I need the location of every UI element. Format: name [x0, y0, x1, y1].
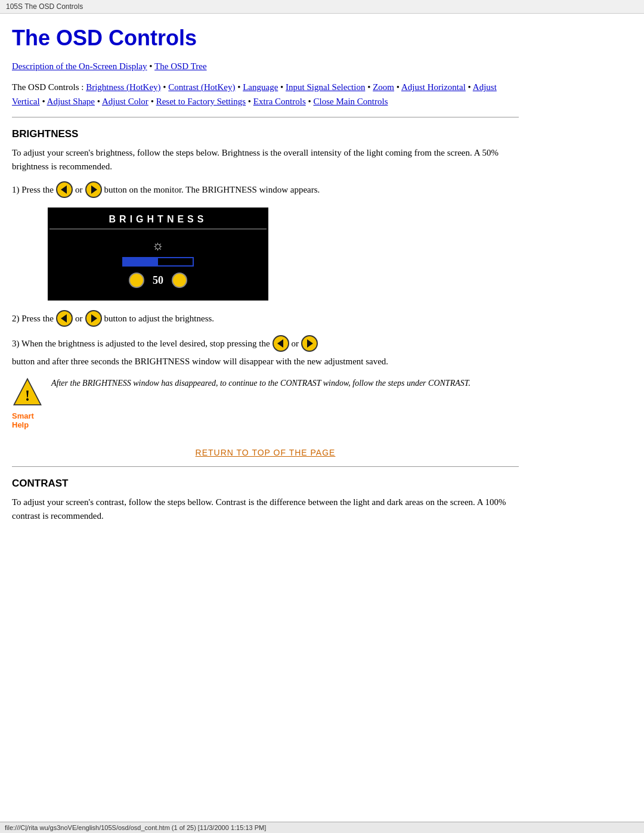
smart-help-label: SmartHelp [12, 411, 43, 429]
step1-pre: 1) Press the [12, 182, 54, 197]
brightness-step3: 3) When the brightness is adjusted to th… [12, 335, 519, 368]
osd-body: ☼ 50 [49, 230, 267, 299]
osd-right-btn[interactable] [172, 272, 187, 288]
brightness-step2: 2) Press the or button to adjust the bri… [12, 310, 519, 327]
extra-controls-link[interactable]: Extra Controls [253, 97, 306, 106]
smart-help-box: ! SmartHelp After the BRIGHTNESS window … [12, 377, 519, 429]
breadcrumb-prefix: The OSD Controls : [12, 82, 86, 92]
close-main-link[interactable]: Close Main Controls [313, 97, 388, 106]
nav-separator-1: • [149, 61, 154, 71]
step1-post: button on the monitor. The BRIGHTNESS wi… [104, 182, 320, 197]
osd-title: BRIGHTNESS [49, 209, 267, 230]
left-button-step2[interactable] [56, 310, 73, 327]
contrast-hotkey-link[interactable]: Contrast (HotKey) [168, 82, 235, 92]
browser-tab: 105S The OSD Controls [0, 0, 644, 14]
divider-top [12, 117, 519, 117]
input-signal-link[interactable]: Input Signal Selection [286, 82, 365, 92]
svg-text:!: ! [25, 388, 30, 404]
contrast-desc: To adjust your screen's contrast, follow… [12, 496, 519, 522]
page-title: The OSD Controls [12, 26, 519, 51]
adjust-shape-link[interactable]: Adjust Shape [47, 97, 95, 106]
adjust-color-link[interactable]: Adjust Color [102, 97, 148, 106]
step3-pre: 3) When the brightness is adjusted to th… [12, 336, 270, 351]
reset-factory-link[interactable]: Reset to Factory Settings [156, 97, 246, 106]
brightness-osd-window: BRIGHTNESS ☼ 50 [48, 208, 268, 301]
nav-links: Description of the On-Screen Display • T… [12, 61, 519, 72]
step2-pre: 2) Press the [12, 311, 54, 326]
brightness-desc: To adjust your screen's brightness, foll… [12, 146, 519, 173]
brightness-bar [122, 257, 194, 267]
brightness-bar-fill [123, 258, 158, 265]
osd-controls: 50 [129, 272, 187, 288]
step1-or: or [75, 182, 83, 197]
brightness-hotkey-link[interactable]: Brightness (HotKey) [86, 82, 160, 92]
brightness-step1: 1) Press the or button on the monitor. T… [12, 181, 519, 198]
left-button-step1[interactable] [56, 181, 73, 198]
contrast-section-title: CONTRAST [12, 478, 519, 490]
brightness-section-title: BRIGHTNESS [12, 128, 519, 140]
language-link[interactable]: Language [243, 82, 278, 92]
right-button-step3[interactable] [301, 335, 318, 352]
return-to-top-link[interactable]: RETURN TO TOP OF THE PAGE [196, 448, 336, 457]
osd-value: 50 [153, 274, 163, 287]
breadcrumb: The OSD Controls : Brightness (HotKey) •… [12, 80, 519, 109]
description-link[interactable]: Description of the On-Screen Display [12, 61, 147, 71]
right-button-step2[interactable] [85, 310, 102, 327]
step3-post: button and after three seconds the BRIGH… [12, 354, 388, 368]
right-button-step1[interactable] [85, 181, 102, 198]
osd-tree-link[interactable]: The OSD Tree [154, 61, 207, 71]
return-link-section: RETURN TO TOP OF THE PAGE [12, 447, 519, 458]
warning-icon: ! SmartHelp [12, 377, 43, 429]
sun-icon: ☼ [152, 238, 164, 253]
step3-or: or [292, 336, 299, 351]
smart-help-text: After the BRIGHTNESS window has disappea… [51, 377, 470, 389]
zoom-link[interactable]: Zoom [373, 82, 394, 92]
left-button-step3[interactable] [273, 335, 289, 352]
step2-or: or [75, 311, 83, 326]
divider-middle [12, 466, 519, 467]
osd-left-btn[interactable] [129, 272, 144, 288]
adjust-horizontal-link[interactable]: Adjust Horizontal [401, 82, 466, 92]
step2-post: button to adjust the brightness. [104, 311, 215, 326]
